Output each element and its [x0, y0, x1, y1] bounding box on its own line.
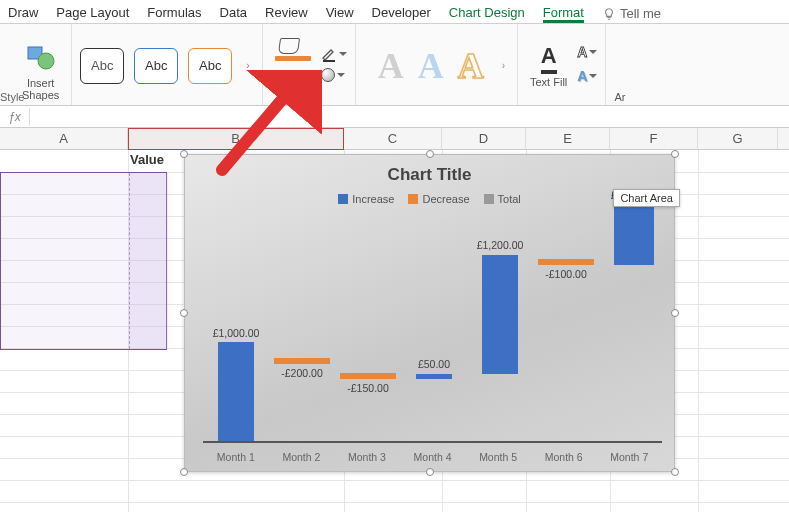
text-outline-icon: A [577, 44, 587, 60]
chevron-down-icon [589, 50, 597, 54]
plot-area[interactable]: £1,000.00 -£200.00 -£150.00 £50.00 £1,20… [203, 227, 662, 443]
wordart-styles-more[interactable]: › [498, 60, 509, 71]
col-header-D[interactable]: D [442, 128, 526, 149]
category-axis-labels: Month 1 Month 2 Month 3 Month 4 Month 5 … [203, 451, 662, 463]
text-effects-button[interactable]: A [577, 68, 597, 84]
text-fill-button[interactable]: A Text Fill [526, 41, 571, 90]
tab-page-layout[interactable]: Page Layout [56, 5, 129, 23]
shape-fill-button[interactable]: Shape Fill [271, 36, 315, 94]
wordart-preset-2[interactable]: A [418, 45, 444, 87]
shape-style-preset-2[interactable]: Abc [134, 48, 178, 84]
chevron-down-icon [589, 74, 597, 78]
effects-icon [321, 68, 335, 82]
shapes-icon [24, 41, 58, 75]
chart-object[interactable]: Chart Title Increase Decrease Total £1,0… [184, 154, 675, 472]
bar-month3[interactable] [340, 373, 396, 379]
chart-legend[interactable]: Increase Decrease Total [185, 193, 674, 205]
bar-month1[interactable] [218, 342, 254, 441]
tab-review[interactable]: Review [265, 5, 308, 23]
resize-handle[interactable] [426, 150, 434, 158]
svg-rect-2 [323, 60, 335, 62]
worksheet-grid[interactable]: Value Chart Title Increase Decrease Tota… [0, 150, 789, 512]
shape-fill-label: Shape Fill [277, 68, 309, 92]
chart-title[interactable]: Chart Title [185, 165, 674, 185]
fx-icon[interactable]: ƒx [0, 108, 30, 126]
tab-data[interactable]: Data [220, 5, 247, 23]
tab-formulas[interactable]: Formulas [147, 5, 201, 23]
ribbon: Style Insert Shapes Abc Abc Abc › Shape … [0, 24, 789, 106]
ribbon-tabs: Draw Page Layout Formulas Data Review Vi… [0, 0, 789, 24]
chevron-right-icon: › [502, 60, 505, 71]
paint-bucket-icon [275, 38, 311, 66]
tab-draw[interactable]: Draw [8, 5, 38, 23]
resize-handle[interactable] [180, 309, 188, 317]
col-header-F[interactable]: F [610, 128, 698, 149]
chart-area-tooltip: Chart Area [613, 189, 680, 207]
label-month5: £1,200.00 [477, 239, 524, 251]
resize-handle[interactable] [671, 468, 679, 476]
label-month4: £50.00 [418, 358, 450, 370]
shape-effects-button[interactable] [321, 68, 347, 82]
formula-input[interactable] [30, 108, 789, 126]
bar-month2[interactable] [274, 358, 330, 364]
resize-handle[interactable] [180, 468, 188, 476]
label-month1: £1,000.00 [213, 327, 260, 339]
text-outline-button[interactable]: A [577, 44, 597, 60]
text-fill-icon: A [541, 43, 557, 74]
label-month2: -£200.00 [281, 367, 322, 379]
group-text-fill: A Text Fill A A [518, 24, 606, 105]
group-wordart-styles: A A A › [356, 24, 518, 105]
ribbon-left-truncated: Style [0, 24, 10, 105]
resize-handle[interactable] [180, 150, 188, 158]
legend-increase: Increase [338, 193, 394, 205]
bar-month5[interactable] [482, 255, 518, 374]
pen-outline-icon [321, 46, 337, 62]
label-month3: -£150.00 [347, 382, 388, 394]
label-month6: -£100.00 [545, 268, 586, 280]
shape-style-preset-3[interactable]: Abc [188, 48, 232, 84]
tab-format[interactable]: Format [543, 5, 584, 23]
formula-bar: ƒx [0, 106, 789, 128]
col-header-C[interactable]: C [344, 128, 442, 149]
x-axis [203, 441, 662, 443]
col-header-E[interactable]: E [526, 128, 610, 149]
legend-total: Total [484, 193, 521, 205]
resize-handle[interactable] [671, 309, 679, 317]
truncated-label: Ar [614, 91, 625, 103]
col-header-A[interactable]: A [0, 128, 128, 149]
tell-me-label: Tell me [620, 6, 661, 21]
lightbulb-icon [602, 7, 616, 21]
bar-month7[interactable] [614, 205, 654, 265]
column-headers: A B C D E F G [0, 128, 789, 150]
group-shape-fill: Shape Fill [263, 24, 356, 105]
bar-month6[interactable] [538, 259, 594, 265]
tab-developer[interactable]: Developer [372, 5, 431, 23]
text-fill-label: Text Fill [530, 76, 567, 88]
group-insert-shapes: Insert Shapes [10, 24, 72, 105]
chevron-right-icon: › [246, 60, 249, 71]
chevron-down-icon [339, 52, 347, 56]
selected-range [0, 172, 167, 350]
tab-chart-design[interactable]: Chart Design [449, 5, 525, 23]
svg-point-1 [38, 53, 54, 69]
bar-month4[interactable] [416, 374, 452, 379]
shape-style-preset-1[interactable]: Abc [80, 48, 124, 84]
insert-shapes-label: Insert Shapes [22, 77, 59, 101]
col-header-G[interactable]: G [698, 128, 778, 149]
cell-value-header: Value [130, 152, 164, 167]
shape-outline-button[interactable] [321, 46, 347, 62]
tell-me[interactable]: Tell me [602, 6, 661, 21]
wordart-preset-1[interactable]: A [378, 45, 404, 87]
shape-styles-more[interactable]: › [242, 60, 253, 71]
tab-view[interactable]: View [326, 5, 354, 23]
col-header-B[interactable]: B [128, 128, 344, 149]
group-shape-styles: Abc Abc Abc › [72, 24, 262, 105]
text-effects-icon: A [577, 68, 587, 84]
resize-handle[interactable] [671, 150, 679, 158]
resize-handle[interactable] [426, 468, 434, 476]
ribbon-right-truncated: Ar [606, 24, 633, 105]
wordart-preset-3[interactable]: A [458, 45, 484, 87]
legend-decrease: Decrease [408, 193, 469, 205]
chevron-down-icon [337, 73, 345, 77]
insert-shapes-button[interactable]: Insert Shapes [18, 39, 63, 103]
